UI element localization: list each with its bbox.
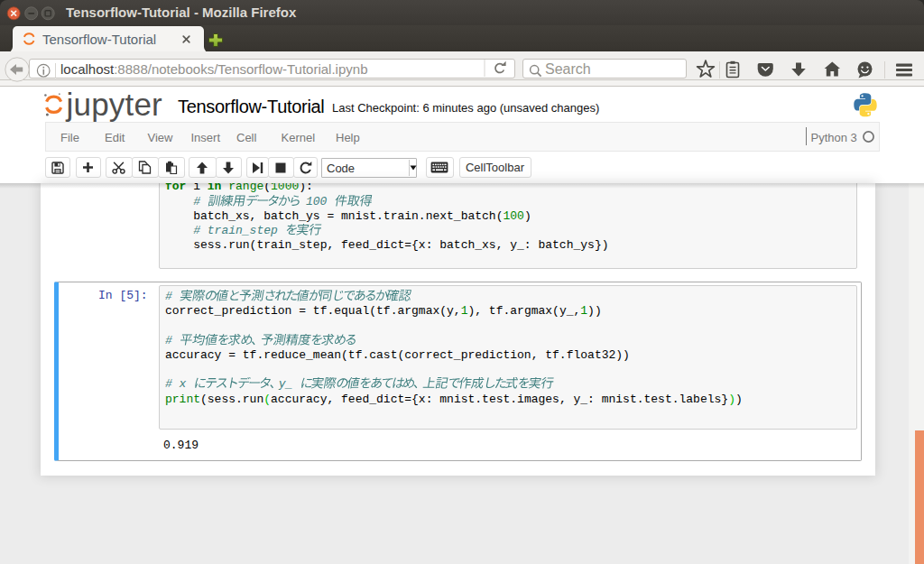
svg-text:train_step: train_step	[208, 224, 278, 237]
svg-text:y_: y_	[278, 378, 293, 392]
svg-text:#: #	[165, 334, 172, 347]
svg-text:100: 100	[306, 195, 328, 208]
svg-text:#: #	[165, 291, 172, 304]
svg-text:x: x	[179, 378, 187, 392]
svg-text:#: #	[193, 195, 200, 208]
svg-text:#: #	[193, 224, 200, 237]
svg-text:#: #	[165, 378, 172, 392]
